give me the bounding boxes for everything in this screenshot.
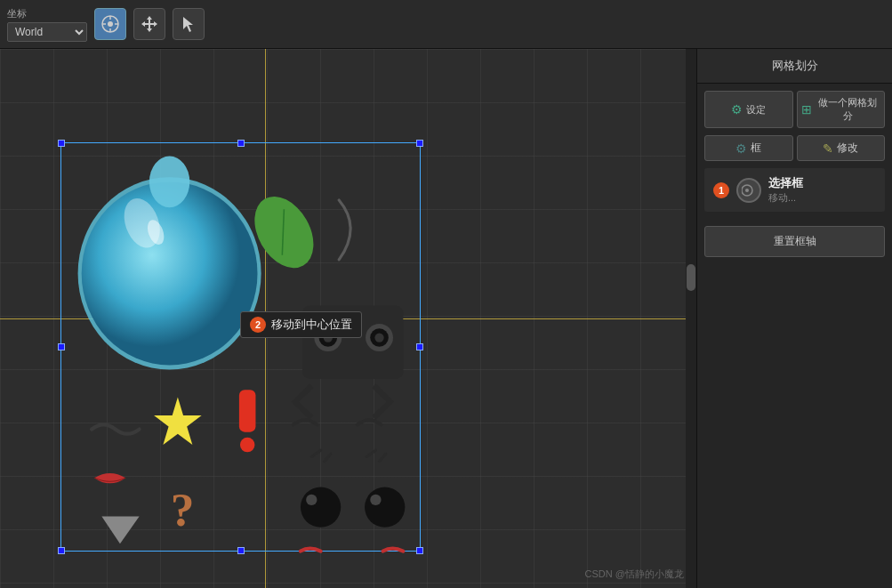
svg-marker-20 <box>154 397 202 445</box>
tab-modify[interactable]: ✎ 修改 <box>797 135 886 161</box>
move-icon <box>140 14 159 34</box>
tool-btn-pivot[interactable] <box>94 8 126 40</box>
item-icon <box>736 178 761 203</box>
coord-label: 坐标 <box>7 7 27 20</box>
right-panel: 网格划分 ⚙ 设定 ⊞ 做一个网格划分 ⚙ 框 ✎ 修改 1 <box>696 49 892 588</box>
canvas-area[interactable]: ? 2 移动到中心位置 <box>0 49 696 588</box>
svg-line-27 <box>366 450 375 456</box>
tooltip-text: 移动到中心位置 <box>271 317 352 333</box>
toolbar: 坐标 World Local View <box>0 0 892 49</box>
coord-select[interactable]: World Local View <box>7 22 87 42</box>
svg-line-26 <box>325 454 331 461</box>
selected-item-row: 1 选择框 移动... <box>704 168 885 212</box>
pivot-icon <box>100 14 120 34</box>
pivot-btn[interactable]: 重置框轴 <box>704 226 885 257</box>
svg-text:?: ? <box>171 483 195 536</box>
item-info: 选择框 移动... <box>768 175 803 205</box>
make-grid-btn[interactable]: ⊞ 做一个网格划分 <box>797 91 886 128</box>
settings-icon: ⚙ <box>731 102 743 117</box>
svg-line-28 <box>380 454 386 461</box>
panel-title: 网格划分 <box>697 49 892 84</box>
scroll-thumb[interactable] <box>687 264 695 291</box>
item-title: 选择框 <box>768 175 803 191</box>
grid-icon: ⊞ <box>801 102 812 117</box>
frame-tab-icon: ⚙ <box>735 141 747 156</box>
tab-frame[interactable]: ⚙ 框 <box>704 135 793 161</box>
panel-tabs: ⚙ 框 ✎ 修改 <box>704 135 885 161</box>
settings-label: 设定 <box>746 103 766 117</box>
item-badge: 1 <box>713 182 729 198</box>
settings-btn[interactable]: ⚙ 设定 <box>704 91 793 128</box>
main-content: ? 2 移动到中心位置 <box>0 49 892 588</box>
modify-tab-icon: ✎ <box>823 141 833 156</box>
svg-point-29 <box>301 487 341 527</box>
scrollbar[interactable] <box>686 49 696 588</box>
tooltip: 2 移动到中心位置 <box>240 311 362 338</box>
svg-point-31 <box>365 487 405 527</box>
cursor-icon <box>742 183 756 197</box>
watermark: CSDN @恬静的小魔龙 <box>585 568 684 581</box>
svg-point-32 <box>370 495 381 505</box>
svg-rect-21 <box>239 390 256 431</box>
svg-point-1 <box>108 21 113 27</box>
tooltip-number: 2 <box>250 317 266 333</box>
tool-btn-select[interactable] <box>173 8 205 40</box>
svg-marker-24 <box>101 516 139 544</box>
svg-line-25 <box>311 450 320 456</box>
frame-tab-label: 框 <box>751 141 761 156</box>
make-grid-label: 做一个网格划分 <box>816 96 881 123</box>
modify-tab-label: 修改 <box>837 141 858 156</box>
svg-point-30 <box>306 495 317 505</box>
svg-point-34 <box>745 189 749 192</box>
svg-point-10 <box>149 157 189 208</box>
tool-btn-move[interactable] <box>133 8 165 40</box>
item-subtitle: 移动... <box>768 191 803 205</box>
svg-point-7 <box>82 181 258 365</box>
select-icon <box>179 14 198 34</box>
coordinate-section: 坐标 World Local View <box>7 7 87 42</box>
panel-btn-row: ⚙ 设定 ⊞ 做一个网格划分 <box>697 84 892 135</box>
svg-point-22 <box>240 438 254 452</box>
svg-point-19 <box>374 333 383 342</box>
